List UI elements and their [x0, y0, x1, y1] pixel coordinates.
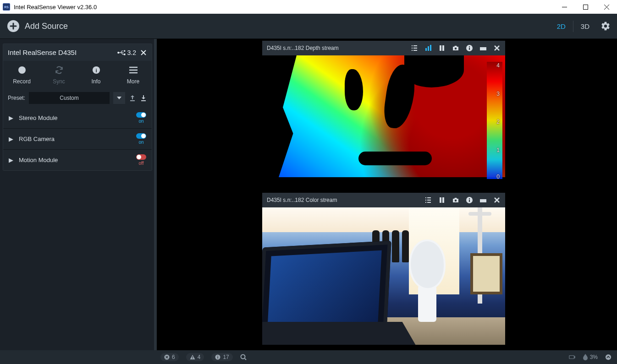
stream-chart-icon[interactable]: [424, 44, 432, 52]
svg-rect-18: [440, 197, 441, 203]
status-search-button[interactable]: [240, 354, 247, 360]
stream-list-icon[interactable]: [424, 196, 432, 204]
view-mode-2d[interactable]: 2D: [550, 21, 573, 32]
toggle-switch-icon: [136, 133, 146, 139]
svg-point-35: [606, 354, 611, 360]
depth-color-scale: 0 1 2 3 4: [487, 62, 502, 179]
stream-pause-icon[interactable]: [438, 196, 446, 204]
svg-rect-7: [425, 48, 427, 51]
device-name: Intel RealSense D435I: [8, 49, 77, 56]
depth-stream-view[interactable]: 0 1 2 3 4: [262, 55, 505, 185]
svg-rect-30: [218, 357, 218, 359]
minimize-button[interactable]: [554, 0, 575, 14]
module-rgb-toggle[interactable]: on: [136, 133, 146, 145]
status-infos-count: 17: [223, 354, 229, 360]
stream-fullscreen-icon[interactable]: [479, 44, 487, 52]
svg-rect-28: [192, 358, 193, 359]
stream-list-icon[interactable]: [411, 44, 418, 52]
status-infos[interactable]: 17: [211, 353, 232, 361]
preset-label: Preset:: [8, 95, 25, 101]
preset-upload-button[interactable]: [129, 94, 136, 102]
svg-point-2: [124, 50, 125, 51]
svg-rect-34: [574, 356, 574, 358]
window-title: Intel RealSense Viewer v2.36.0: [14, 4, 97, 11]
device-remove-button[interactable]: [141, 50, 146, 55]
droplet-icon: [583, 354, 588, 360]
sync-button[interactable]: Sync: [40, 65, 77, 85]
stream-info-icon[interactable]: [466, 44, 473, 52]
svg-rect-22: [469, 200, 470, 202]
scale-tick: 0: [496, 174, 500, 180]
scale-tick: 4: [496, 62, 500, 69]
module-label: Motion Module: [19, 157, 58, 163]
svg-rect-19: [442, 197, 444, 203]
settings-button[interactable]: [598, 21, 611, 31]
module-label: Stereo Module: [19, 114, 58, 121]
svg-rect-14: [469, 48, 470, 50]
info-button[interactable]: i Info: [77, 65, 115, 85]
view-mode-3d[interactable]: 3D: [573, 21, 598, 32]
search-icon: [240, 354, 247, 360]
scale-tick: 1: [496, 147, 500, 153]
stream-snapshot-icon[interactable]: [452, 196, 459, 204]
usb-icon: [117, 49, 126, 56]
preset-download-button[interactable]: [140, 94, 147, 102]
module-rgb[interactable]: ▶RGB Camera on: [3, 128, 152, 149]
preset-value: Custom: [60, 95, 78, 101]
stream-info-icon[interactable]: [466, 196, 473, 204]
status-errors[interactable]: 6: [160, 353, 179, 361]
add-source-button[interactable]: Add Source: [7, 20, 68, 32]
status-warnings[interactable]: 4: [186, 353, 204, 361]
module-stereo[interactable]: ▶Stereo Module on: [3, 108, 152, 128]
color-stream-view[interactable]: [262, 207, 505, 345]
add-source-label: Add Source: [25, 22, 68, 31]
status-warnings-count: 4: [198, 354, 201, 360]
module-stereo-toggle[interactable]: on: [136, 112, 146, 124]
svg-rect-25: [480, 198, 486, 199]
record-icon: [18, 65, 26, 75]
record-label: Record: [13, 78, 31, 85]
svg-point-1: [117, 52, 119, 53]
device-card-header: Intel RealSense D435I 3.2: [3, 44, 152, 61]
toggle-switch-icon: [136, 154, 146, 160]
svg-point-12: [455, 48, 457, 49]
warning-icon: [190, 354, 195, 360]
stream-close-icon[interactable]: [493, 196, 501, 204]
scale-tick: 2: [496, 119, 500, 125]
info-icon: i: [92, 65, 100, 75]
stream-canvas: D435I s.n:..182 Depth stream: [157, 39, 617, 350]
record-button[interactable]: Record: [3, 65, 40, 85]
svg-rect-31: [218, 356, 218, 356]
color-stream-header: D435I s.n:..182 Color stream: [262, 193, 505, 207]
device-actions: Record Sync i Info More: [3, 61, 152, 88]
app-icon: RS: [3, 3, 10, 11]
stream-fullscreen-icon[interactable]: [479, 196, 487, 204]
more-button[interactable]: More: [115, 65, 152, 85]
svg-rect-0: [583, 5, 588, 9]
maximize-button[interactable]: [575, 0, 596, 14]
status-expand-button[interactable]: [605, 354, 611, 360]
chevron-up-circle-icon: [605, 354, 611, 360]
svg-rect-27: [192, 356, 193, 358]
module-label: RGB Camera: [19, 136, 55, 142]
stream-close-icon[interactable]: [493, 44, 501, 52]
preset-dropdown-caret[interactable]: [113, 92, 125, 104]
preset-row: Preset: Custom: [3, 88, 152, 108]
stream-snapshot-icon[interactable]: [452, 44, 459, 52]
svg-rect-11: [442, 45, 444, 51]
sync-label: Sync: [53, 78, 65, 85]
window-titlebar: RS Intel RealSense Viewer v2.36.0: [0, 0, 617, 14]
close-button[interactable]: [596, 0, 617, 14]
info-icon: [215, 354, 220, 360]
more-label: More: [127, 78, 139, 85]
module-motion-toggle[interactable]: off: [136, 154, 146, 166]
svg-point-32: [241, 355, 245, 359]
preset-dropdown[interactable]: Custom: [29, 92, 110, 104]
stream-pause-icon[interactable]: [438, 44, 446, 52]
svg-rect-10: [440, 45, 441, 51]
toggle-state-label: on: [138, 140, 143, 145]
module-motion[interactable]: ▶Motion Module off: [3, 149, 152, 170]
svg-rect-15: [469, 46, 470, 47]
svg-rect-9: [430, 45, 431, 51]
view-mode-switch: 2D 3D: [550, 21, 598, 32]
